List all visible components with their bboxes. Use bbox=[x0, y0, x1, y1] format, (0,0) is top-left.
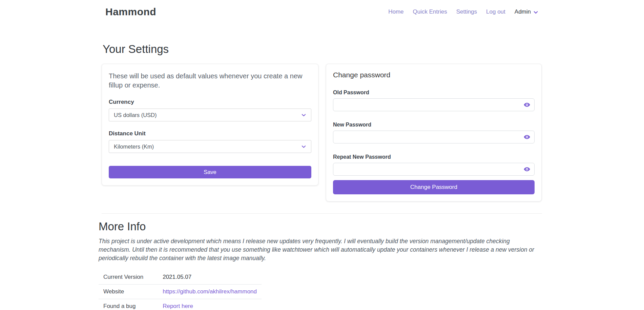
info-row-label: Current Version bbox=[99, 270, 158, 285]
change-password-card: Change password Old Password New Passwor… bbox=[326, 64, 542, 201]
change-password-title: Change password bbox=[333, 71, 535, 79]
nav-item-home[interactable]: Home bbox=[388, 8, 403, 15]
nav-item-logout[interactable]: Log out bbox=[486, 8, 505, 15]
old-password-label: Old Password bbox=[333, 90, 535, 96]
website-link[interactable]: https://github.com/akhilrex/hammond bbox=[163, 288, 257, 295]
app-header: Hammond Home Quick Entries Settings Log … bbox=[0, 0, 644, 24]
repeat-password-field-wrap bbox=[333, 163, 535, 176]
chevron-down-icon bbox=[301, 113, 306, 118]
currency-selected-value: US dollars (USD) bbox=[114, 112, 157, 118]
distance-unit-label: Distance Unit bbox=[109, 130, 311, 137]
eye-icon[interactable] bbox=[524, 166, 530, 173]
old-password-field-wrap bbox=[333, 98, 535, 111]
chevron-down-icon bbox=[533, 9, 538, 15]
new-password-label: New Password bbox=[333, 122, 535, 128]
user-menu-label: Admin bbox=[515, 8, 531, 15]
old-password-input[interactable] bbox=[333, 98, 535, 111]
repeat-password-input[interactable] bbox=[333, 163, 535, 176]
new-password-input[interactable] bbox=[333, 131, 535, 143]
settings-cards-row: These will be used as default values whe… bbox=[102, 64, 542, 201]
info-row-label: Found a bug bbox=[99, 299, 158, 310]
brand-logo[interactable]: Hammond bbox=[105, 6, 156, 18]
table-row: Found a bug Report here bbox=[99, 299, 262, 310]
defaults-description: These will be used as default values whe… bbox=[109, 72, 311, 90]
development-note: This project is under active development… bbox=[99, 237, 542, 263]
nav-item-settings[interactable]: Settings bbox=[456, 8, 477, 15]
save-button[interactable]: Save bbox=[109, 166, 311, 178]
distance-unit-select[interactable]: Kilometers (Km) bbox=[109, 140, 311, 153]
chevron-down-icon bbox=[301, 144, 306, 149]
table-row: Website https://github.com/akhilrex/hamm… bbox=[99, 284, 262, 299]
nav-item-quick-entries[interactable]: Quick Entries bbox=[413, 8, 447, 15]
new-password-field-wrap bbox=[333, 131, 535, 143]
info-row-label: Website bbox=[99, 284, 158, 299]
main-nav: Home Quick Entries Settings Log out Admi… bbox=[388, 8, 538, 15]
user-menu[interactable]: Admin bbox=[515, 8, 538, 15]
defaults-card: These will be used as default values whe… bbox=[102, 64, 318, 186]
main-content: Your Settings These will be used as defa… bbox=[102, 43, 542, 310]
section-divider bbox=[102, 213, 542, 214]
change-password-button[interactable]: Change Password bbox=[333, 180, 535, 194]
currency-label: Currency bbox=[109, 99, 311, 105]
currency-select[interactable]: US dollars (USD) bbox=[109, 109, 311, 121]
eye-icon[interactable] bbox=[524, 102, 530, 108]
current-version-value: 2021.05.07 bbox=[158, 270, 262, 285]
eye-icon[interactable] bbox=[524, 134, 530, 140]
page-title: Your Settings bbox=[103, 43, 542, 56]
table-row: Current Version 2021.05.07 bbox=[99, 270, 262, 285]
distance-selected-value: Kilometers (Km) bbox=[114, 143, 154, 150]
more-info-title: More Info bbox=[99, 220, 542, 233]
info-table: Current Version 2021.05.07 Website https… bbox=[99, 270, 262, 310]
report-bug-link[interactable]: Report here bbox=[163, 303, 193, 309]
repeat-password-label: Repeat New Password bbox=[333, 154, 535, 160]
